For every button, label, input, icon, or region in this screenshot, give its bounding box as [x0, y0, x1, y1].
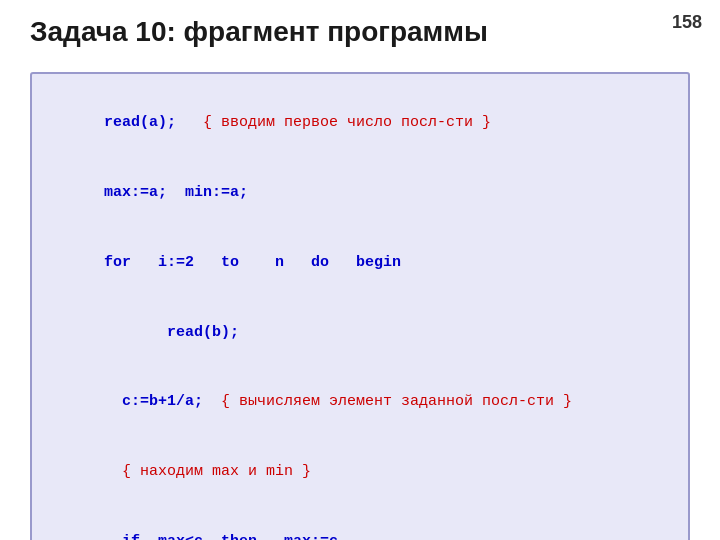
code-text [203, 393, 221, 410]
code-text: c:=b+1/a; [104, 393, 203, 410]
code-block: read(a); { вводим первое число посл-сти … [30, 72, 690, 540]
code-text: max:=a; min:=a; [104, 184, 248, 201]
code-text: read(a); [104, 114, 176, 131]
code-line-6: { находим max и min } [50, 437, 670, 507]
code-comment: { находим max и min } [104, 463, 311, 480]
code-line-3: for i:=2 to n do begin [50, 228, 670, 298]
slide-number: 158 [672, 12, 702, 33]
code-line-5: c:=b+1/a; { вычисляем элемент заданной п… [50, 367, 670, 437]
slide-title: Задача 10: фрагмент программы [30, 16, 488, 48]
code-line-7: if max<c then max:=c [50, 507, 670, 541]
code-line-1: read(a); { вводим первое число посл-сти … [50, 88, 670, 158]
code-comment: { вычисляем элемент заданной посл-сти } [221, 393, 572, 410]
code-comment: { вводим первое число посл-сти } [203, 114, 491, 131]
code-text: for i:=2 to n do begin [104, 254, 401, 271]
slide: 158 Задача 10: фрагмент программы read(a… [0, 0, 720, 540]
code-line-4: read(b); [50, 297, 670, 367]
code-line-2: max:=a; min:=a; [50, 158, 670, 228]
code-text: if max<c then max:=c [104, 533, 338, 540]
code-text [176, 114, 203, 131]
code-text: read(b); [104, 324, 239, 341]
